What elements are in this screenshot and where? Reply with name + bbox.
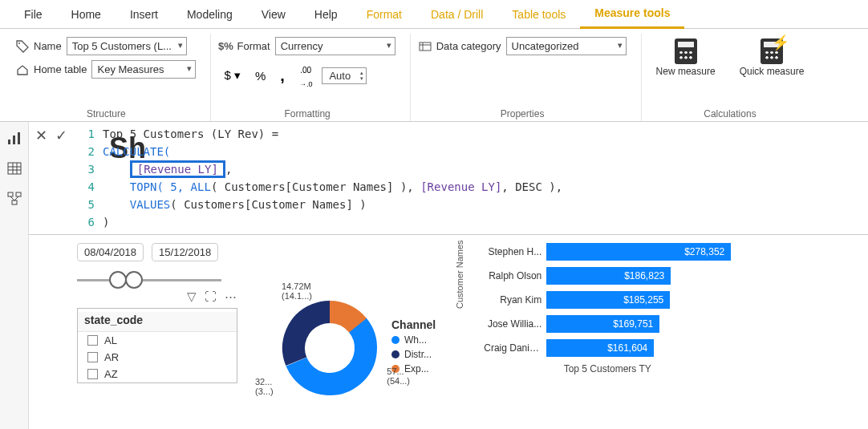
data-view-icon[interactable] [6,160,22,176]
tab-measure-tools[interactable]: Measure tools [580,0,684,29]
new-measure-button[interactable]: New measure [650,37,722,79]
svg-point-0 [18,42,20,44]
svg-line-16 [14,196,18,200]
tab-modeling[interactable]: Modeling [172,0,247,29]
focus-icon[interactable]: ⛶ [205,289,217,304]
quick-measure-button[interactable]: ⚡ Quick measure [733,37,811,79]
slider-handle-end[interactable] [125,271,143,289]
tab-table-tools[interactable]: Table tools [497,0,580,29]
model-view-icon[interactable] [6,191,22,207]
filter-icon[interactable]: ▽ [187,289,197,304]
svg-rect-1 [420,42,431,51]
bar-y-axis-label: Customer Names [455,240,464,309]
formula-cancel-icon[interactable]: ✕ [35,127,47,144]
bar[interactable]: $186,823 [546,267,671,285]
svg-rect-5 [13,136,15,144]
currency-button[interactable]: $ ▾ [219,67,245,84]
svg-rect-6 [18,132,20,144]
group-label-calculations: Calculations [704,103,756,119]
formula-bar: ✕ ✓ Sh 1Top 5 Customers (LY Rev) = 2CALC… [29,122,868,235]
thousands-button[interactable]: , [275,65,290,87]
ribbon-group-calculations: New measure ⚡ Quick measure Calculations [641,34,825,121]
formula-commit-icon[interactable]: ✓ [55,127,67,144]
tag-icon [16,40,29,53]
checkbox-icon[interactable] [87,352,98,362]
category-label: Data category [436,40,501,52]
home-icon [16,63,29,76]
bar[interactable]: $278,352 [546,243,731,261]
bar[interactable]: $185,255 [546,291,670,309]
formula-editor[interactable]: Sh 1Top 5 Customers (LY Rev) = 2CALCULAT… [74,122,868,234]
format-label: Format [237,40,270,52]
format-icon: $% [219,40,232,53]
ribbon-tabs: File Home Insert Modeling View Help Form… [0,0,868,29]
bar-chart-title: Top 5 Customers TY [484,363,731,374]
home-table-dropdown[interactable]: Key Measures [91,60,196,79]
group-label-structure: Structure [16,103,196,119]
donut-chart[interactable]: 14.72M(14.1...) 32...(3...) 57...(54...)… [278,267,436,429]
bar[interactable]: $161,604 [546,339,654,357]
ribbon-group-formatting: $% Format Currency $ ▾ % , .00→.0 Auto F… [210,34,409,121]
tab-format[interactable]: Format [352,0,416,29]
slicer-item[interactable]: AR [78,349,237,366]
report-canvas: 08/04/2018 15/12/2018 ▽ ⛶ ⋯ state_code A… [29,235,868,429]
view-switcher [0,122,29,429]
group-label-properties: Properties [419,103,627,119]
checkbox-icon[interactable] [87,335,98,346]
category-dropdown[interactable]: Uncategorized [506,37,627,55]
svg-rect-13 [16,192,21,196]
report-view-icon[interactable] [6,130,22,146]
checkbox-icon[interactable] [87,369,98,379]
legend-title: Channel [391,318,436,331]
legend-item[interactable]: Distr... [391,349,436,360]
tab-view[interactable]: View [247,0,300,29]
slicer-header: state_code [78,312,237,332]
legend-item[interactable]: Wh... [391,334,436,346]
calculator-icon [675,38,697,64]
tab-home[interactable]: Home [57,0,116,29]
svg-rect-7 [8,163,21,174]
slicer-state-code[interactable]: ▽ ⛶ ⋯ state_code AL AR AZ [77,308,237,383]
ribbon-group-properties: Data category Uncategorized Properties [410,34,641,121]
format-dropdown[interactable]: Currency [275,37,395,55]
tab-data-drill[interactable]: Data / Drill [416,0,497,29]
ribbon-group-structure: Name Top 5 Customers (L... Home table Ke… [8,34,210,121]
svg-line-15 [10,196,14,200]
slicer-item[interactable]: AZ [78,366,237,382]
decimal-decrease-button[interactable]: .00→.0 [294,60,318,91]
group-label-formatting: Formatting [219,103,395,119]
tab-insert[interactable]: Insert [116,0,172,29]
name-input[interactable]: Top 5 Customers (L... [67,37,187,55]
date-end[interactable]: 15/12/2018 [152,243,218,261]
svg-rect-12 [8,192,13,196]
svg-rect-4 [8,140,10,144]
slicer-item[interactable]: AL [78,332,237,349]
tab-file[interactable]: File [10,0,57,29]
date-start[interactable]: 08/04/2018 [77,243,144,261]
decimals-spinner[interactable]: Auto [322,67,367,84]
svg-rect-14 [12,200,17,204]
bar[interactable]: $169,751 [546,315,659,333]
home-table-label: Home table [34,63,87,75]
more-icon[interactable]: ⋯ [225,289,237,304]
ribbon: Name Top 5 Customers (L... Home table Ke… [0,29,868,122]
bar-chart[interactable]: Customer Names Stephen H...$278,352 Ralp… [460,243,731,429]
percent-button[interactable]: % [250,67,270,84]
tab-help[interactable]: Help [300,0,352,29]
name-label: Name [34,40,62,52]
highlighted-measure: [Revenue LY] [130,160,225,178]
date-slider[interactable] [77,268,221,292]
category-icon [419,40,432,53]
slider-handle-start[interactable] [109,271,127,289]
